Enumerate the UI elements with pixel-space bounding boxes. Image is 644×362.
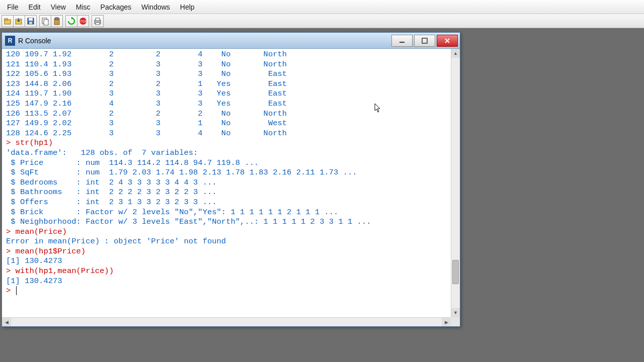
console-line: 120 109.7 1.92 2 2 4 No North bbox=[6, 50, 449, 60]
console-line: > bbox=[6, 286, 449, 296]
console-line: > mean(hp1$Price) bbox=[6, 247, 449, 257]
resize-grip[interactable] bbox=[451, 317, 460, 326]
print-icon bbox=[93, 17, 102, 26]
console-body: 120 109.7 1.92 2 2 4 No North121 110.4 1… bbox=[2, 49, 460, 326]
horizontal-scrollbar[interactable]: ◀ ▶ bbox=[2, 317, 451, 326]
console-line: 125 147.9 2.16 4 3 3 Yes East bbox=[6, 99, 449, 109]
console-line: $ Price : num 114.3 114.2 114.8 94.7 119… bbox=[6, 158, 449, 168]
close-icon bbox=[444, 38, 450, 44]
console-line: > str(hp1) bbox=[6, 138, 449, 148]
console-line: $ Offers : int 2 3 1 3 3 2 3 2 3 3 ... bbox=[6, 198, 449, 208]
console-line: [1] 130.4273 bbox=[6, 277, 449, 287]
svg-rect-1 bbox=[5, 19, 8, 20]
console-line: $ Brick : Factor w/ 2 levels "No","Yes":… bbox=[6, 208, 449, 218]
copy-button[interactable] bbox=[39, 15, 51, 27]
save-button[interactable] bbox=[25, 15, 37, 27]
refresh-button[interactable] bbox=[65, 15, 77, 27]
console-line: $ SqFt : num 1.79 2.03 1.74 1.98 2.13 1.… bbox=[6, 168, 449, 178]
console-line: 123 144.8 2.06 2 2 1 Yes East bbox=[6, 79, 449, 89]
save-icon bbox=[26, 17, 35, 26]
console-line: 127 149.9 2.02 3 3 1 No West bbox=[6, 119, 449, 129]
menu-help[interactable]: Help bbox=[175, 1, 200, 13]
console-output[interactable]: 120 109.7 1.92 2 2 4 No North121 110.4 1… bbox=[2, 49, 451, 326]
scroll-right-icon[interactable]: ▶ bbox=[442, 318, 451, 326]
svg-rect-15 bbox=[96, 23, 100, 25]
open-button[interactable] bbox=[2, 15, 14, 27]
stop-button[interactable]: STOP bbox=[77, 15, 89, 27]
r-console-window: R R Console 120 109.7 1.92 2 2 4 No Nort… bbox=[2, 32, 460, 327]
print-button[interactable] bbox=[92, 15, 104, 27]
svg-rect-14 bbox=[96, 18, 100, 21]
console-line: 124 119.7 1.90 3 3 3 Yes East bbox=[6, 89, 449, 99]
copy-icon bbox=[41, 17, 50, 26]
console-title: R Console bbox=[18, 37, 391, 45]
svg-text:STOP: STOP bbox=[78, 20, 88, 23]
menu-misc[interactable]: Misc bbox=[71, 1, 96, 13]
console-line: $ Bathrooms : int 2 2 2 2 3 2 3 2 2 3 ..… bbox=[6, 188, 449, 198]
mdi-area: R R Console 120 109.7 1.92 2 2 4 No Nort… bbox=[0, 28, 644, 362]
vertical-scrollbar[interactable]: ▲ ▼ bbox=[451, 49, 460, 326]
console-line: > mean(Price) bbox=[6, 227, 449, 237]
console-line: [1] 130.4273 bbox=[6, 256, 449, 266]
maximize-icon bbox=[422, 38, 428, 44]
refresh-icon bbox=[67, 17, 76, 26]
console-line: $ Bedrooms : int 2 4 3 3 3 3 3 4 4 3 ... bbox=[6, 178, 449, 188]
r-app-icon: R bbox=[5, 36, 15, 46]
console-line: > with(hp1,mean(Price)) bbox=[6, 266, 449, 277]
menubar: FileEditViewMiscPackagesWindowsHelp bbox=[0, 0, 644, 14]
toolbar: STOP bbox=[0, 14, 644, 28]
minimize-icon bbox=[399, 38, 405, 44]
scroll-down-icon[interactable]: ▼ bbox=[451, 308, 460, 317]
console-titlebar[interactable]: R R Console bbox=[2, 33, 460, 49]
menu-packages[interactable]: Packages bbox=[96, 1, 136, 13]
paste-button[interactable] bbox=[51, 15, 63, 27]
svg-rect-7 bbox=[44, 20, 48, 25]
maximize-button[interactable] bbox=[414, 35, 435, 47]
svg-rect-17 bbox=[422, 38, 427, 43]
svg-rect-9 bbox=[55, 18, 58, 20]
menu-edit[interactable]: Edit bbox=[24, 1, 46, 13]
svg-rect-5 bbox=[29, 22, 32, 24]
console-line: $ Neighborhood: Factor w/ 3 levels "East… bbox=[6, 217, 449, 227]
svg-rect-16 bbox=[399, 42, 405, 43]
svg-rect-4 bbox=[29, 18, 33, 21]
console-line: 126 113.5 2.07 2 2 2 No North bbox=[6, 109, 449, 119]
console-line: 128 124.6 2.25 3 3 4 No North bbox=[6, 129, 449, 139]
close-button[interactable] bbox=[437, 35, 458, 47]
stop-icon: STOP bbox=[78, 17, 88, 26]
menu-file[interactable]: File bbox=[2, 1, 24, 13]
console-line: Error in mean(Price) : object 'Price' no… bbox=[6, 237, 449, 247]
menu-view[interactable]: View bbox=[46, 1, 71, 13]
load-workspace-button[interactable] bbox=[13, 15, 25, 27]
scroll-left-icon[interactable]: ◀ bbox=[2, 318, 11, 326]
minimize-button[interactable] bbox=[391, 35, 413, 47]
paste-icon bbox=[52, 17, 61, 26]
scroll-thumb[interactable] bbox=[452, 260, 459, 284]
open-icon bbox=[3, 17, 12, 26]
console-line: 'data.frame': 128 obs. of 7 variables: bbox=[6, 148, 449, 158]
scroll-up-icon[interactable]: ▲ bbox=[451, 49, 460, 58]
console-line: 122 105.6 1.93 3 3 3 No East bbox=[6, 69, 449, 79]
menu-windows[interactable]: Windows bbox=[136, 1, 175, 13]
console-line: 121 110.4 1.93 2 3 3 No North bbox=[6, 60, 449, 70]
load-workspace-icon bbox=[15, 17, 24, 26]
